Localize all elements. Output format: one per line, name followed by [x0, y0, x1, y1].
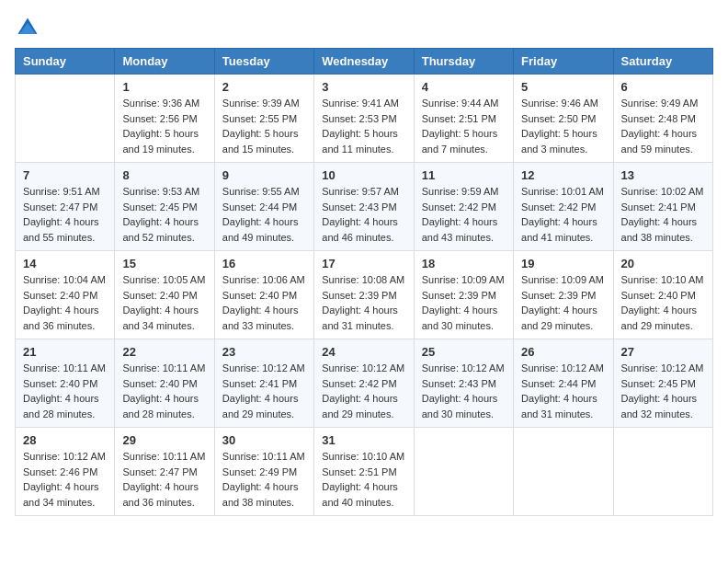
calendar-cell: 8Sunrise: 9:53 AM Sunset: 2:45 PM Daylig… [115, 163, 214, 251]
calendar-cell: 22Sunrise: 10:11 AM Sunset: 2:40 PM Dayl… [115, 339, 214, 428]
calendar-cell: 16Sunrise: 10:06 AM Sunset: 2:40 PM Dayl… [214, 251, 313, 339]
calendar-cell: 6Sunrise: 9:49 AM Sunset: 2:48 PM Daylig… [613, 75, 712, 163]
day-number: 17 [322, 257, 405, 270]
day-number: 16 [222, 257, 306, 270]
day-number: 28 [23, 433, 107, 447]
day-number: 27 [621, 345, 705, 359]
calendar-cell: 13Sunrise: 10:02 AM Sunset: 2:41 PM Dayl… [613, 163, 712, 251]
day-info: Sunrise: 9:59 AM Sunset: 2:42 PM Dayligh… [422, 184, 506, 245]
day-number: 1 [122, 80, 206, 94]
day-info: Sunrise: 10:12 AM Sunset: 2:46 PM Daylig… [23, 449, 107, 510]
calendar-header-sunday: Sunday [16, 49, 115, 75]
calendar-cell: 2Sunrise: 9:39 AM Sunset: 2:55 PM Daylig… [214, 75, 313, 163]
calendar-header-wednesday: Wednesday [314, 49, 414, 75]
day-number: 18 [422, 257, 506, 270]
calendar-cell: 30Sunrise: 10:11 AM Sunset: 2:49 PM Dayl… [214, 428, 313, 516]
calendar-week-row: 28Sunrise: 10:12 AM Sunset: 2:46 PM Dayl… [16, 428, 713, 516]
day-info: Sunrise: 10:09 AM Sunset: 2:39 PM Daylig… [422, 272, 506, 333]
calendar-header-monday: Monday [115, 49, 214, 75]
day-info: Sunrise: 9:55 AM Sunset: 2:44 PM Dayligh… [222, 184, 306, 245]
logo-icon [15, 15, 40, 40]
day-info: Sunrise: 10:12 AM Sunset: 2:42 PM Daylig… [322, 361, 405, 421]
calendar-cell: 7Sunrise: 9:51 AM Sunset: 2:47 PM Daylig… [16, 163, 115, 251]
day-number: 31 [322, 433, 405, 447]
calendar-cell: 3Sunrise: 9:41 AM Sunset: 2:53 PM Daylig… [314, 75, 414, 163]
calendar-header-tuesday: Tuesday [214, 49, 313, 75]
day-number: 11 [422, 168, 506, 182]
day-info: Sunrise: 10:10 AM Sunset: 2:40 PM Daylig… [621, 272, 705, 333]
calendar-header-thursday: Thursday [414, 49, 513, 75]
calendar-cell: 1Sunrise: 9:36 AM Sunset: 2:56 PM Daylig… [115, 75, 214, 163]
day-number: 22 [122, 345, 206, 359]
day-number: 9 [222, 168, 306, 182]
calendar-cell: 26Sunrise: 10:12 AM Sunset: 2:44 PM Dayl… [514, 339, 613, 428]
day-info: Sunrise: 10:05 AM Sunset: 2:40 PM Daylig… [122, 272, 206, 333]
calendar-header-row: SundayMondayTuesdayWednesdayThursdayFrid… [16, 49, 713, 75]
day-info: Sunrise: 10:12 AM Sunset: 2:41 PM Daylig… [222, 361, 306, 421]
day-info: Sunrise: 10:12 AM Sunset: 2:43 PM Daylig… [422, 361, 506, 421]
logo [15, 15, 44, 40]
calendar-cell: 5Sunrise: 9:46 AM Sunset: 2:50 PM Daylig… [514, 75, 613, 163]
calendar-cell: 31Sunrise: 10:10 AM Sunset: 2:51 PM Dayl… [314, 428, 414, 516]
day-number: 25 [422, 345, 506, 359]
calendar-cell: 23Sunrise: 10:12 AM Sunset: 2:41 PM Dayl… [214, 339, 313, 428]
calendar-cell: 21Sunrise: 10:11 AM Sunset: 2:40 PM Dayl… [16, 339, 115, 428]
day-info: Sunrise: 10:10 AM Sunset: 2:51 PM Daylig… [322, 449, 405, 510]
calendar-cell: 19Sunrise: 10:09 AM Sunset: 2:39 PM Dayl… [514, 251, 613, 339]
day-info: Sunrise: 10:09 AM Sunset: 2:39 PM Daylig… [521, 272, 605, 333]
day-info: Sunrise: 9:44 AM Sunset: 2:51 PM Dayligh… [422, 96, 506, 156]
day-number: 8 [122, 168, 206, 182]
day-number: 7 [23, 168, 107, 182]
day-info: Sunrise: 9:46 AM Sunset: 2:50 PM Dayligh… [521, 96, 605, 156]
page-header [15, 15, 713, 40]
calendar-cell [613, 428, 712, 516]
day-info: Sunrise: 10:04 AM Sunset: 2:40 PM Daylig… [23, 272, 107, 333]
day-info: Sunrise: 10:08 AM Sunset: 2:39 PM Daylig… [322, 272, 405, 333]
day-info: Sunrise: 9:49 AM Sunset: 2:48 PM Dayligh… [621, 96, 705, 156]
calendar-cell [16, 75, 115, 163]
day-number: 6 [621, 80, 705, 94]
calendar-cell: 4Sunrise: 9:44 AM Sunset: 2:51 PM Daylig… [414, 75, 513, 163]
calendar-week-row: 21Sunrise: 10:11 AM Sunset: 2:40 PM Dayl… [16, 339, 713, 428]
calendar-header-friday: Friday [514, 49, 613, 75]
day-info: Sunrise: 10:11 AM Sunset: 2:40 PM Daylig… [23, 361, 107, 421]
calendar-cell: 17Sunrise: 10:08 AM Sunset: 2:39 PM Dayl… [314, 251, 414, 339]
calendar-cell: 10Sunrise: 9:57 AM Sunset: 2:43 PM Dayli… [314, 163, 414, 251]
day-number: 19 [521, 257, 605, 270]
day-info: Sunrise: 10:11 AM Sunset: 2:49 PM Daylig… [222, 449, 306, 510]
calendar-cell [514, 428, 613, 516]
calendar-cell: 20Sunrise: 10:10 AM Sunset: 2:40 PM Dayl… [613, 251, 712, 339]
calendar-week-row: 1Sunrise: 9:36 AM Sunset: 2:56 PM Daylig… [16, 75, 713, 163]
day-info: Sunrise: 9:39 AM Sunset: 2:55 PM Dayligh… [222, 96, 306, 156]
day-number: 26 [521, 345, 605, 359]
day-info: Sunrise: 9:41 AM Sunset: 2:53 PM Dayligh… [322, 96, 405, 156]
day-number: 15 [122, 257, 206, 270]
day-info: Sunrise: 9:51 AM Sunset: 2:47 PM Dayligh… [23, 184, 107, 245]
day-info: Sunrise: 10:02 AM Sunset: 2:41 PM Daylig… [621, 184, 705, 245]
day-number: 30 [222, 433, 306, 447]
day-info: Sunrise: 10:11 AM Sunset: 2:40 PM Daylig… [122, 361, 206, 421]
day-number: 2 [222, 80, 306, 94]
day-info: Sunrise: 10:12 AM Sunset: 2:44 PM Daylig… [521, 361, 605, 421]
calendar-cell: 29Sunrise: 10:11 AM Sunset: 2:47 PM Dayl… [115, 428, 214, 516]
day-info: Sunrise: 10:11 AM Sunset: 2:47 PM Daylig… [122, 449, 206, 510]
day-info: Sunrise: 10:01 AM Sunset: 2:42 PM Daylig… [521, 184, 605, 245]
day-number: 10 [322, 168, 405, 182]
day-number: 14 [23, 257, 107, 270]
day-info: Sunrise: 9:57 AM Sunset: 2:43 PM Dayligh… [322, 184, 405, 245]
calendar-cell: 14Sunrise: 10:04 AM Sunset: 2:40 PM Dayl… [16, 251, 115, 339]
calendar-cell: 25Sunrise: 10:12 AM Sunset: 2:43 PM Dayl… [414, 339, 513, 428]
calendar-cell: 24Sunrise: 10:12 AM Sunset: 2:42 PM Dayl… [314, 339, 414, 428]
day-info: Sunrise: 9:36 AM Sunset: 2:56 PM Dayligh… [122, 96, 206, 156]
day-number: 5 [521, 80, 605, 94]
calendar-cell: 12Sunrise: 10:01 AM Sunset: 2:42 PM Dayl… [514, 163, 613, 251]
day-number: 4 [422, 80, 506, 94]
day-info: Sunrise: 10:12 AM Sunset: 2:45 PM Daylig… [621, 361, 705, 421]
day-number: 23 [222, 345, 306, 359]
calendar-header-saturday: Saturday [613, 49, 712, 75]
calendar-cell: 9Sunrise: 9:55 AM Sunset: 2:44 PM Daylig… [214, 163, 313, 251]
day-number: 21 [23, 345, 107, 359]
day-number: 20 [621, 257, 705, 270]
day-number: 12 [521, 168, 605, 182]
calendar-cell: 27Sunrise: 10:12 AM Sunset: 2:45 PM Dayl… [613, 339, 712, 428]
